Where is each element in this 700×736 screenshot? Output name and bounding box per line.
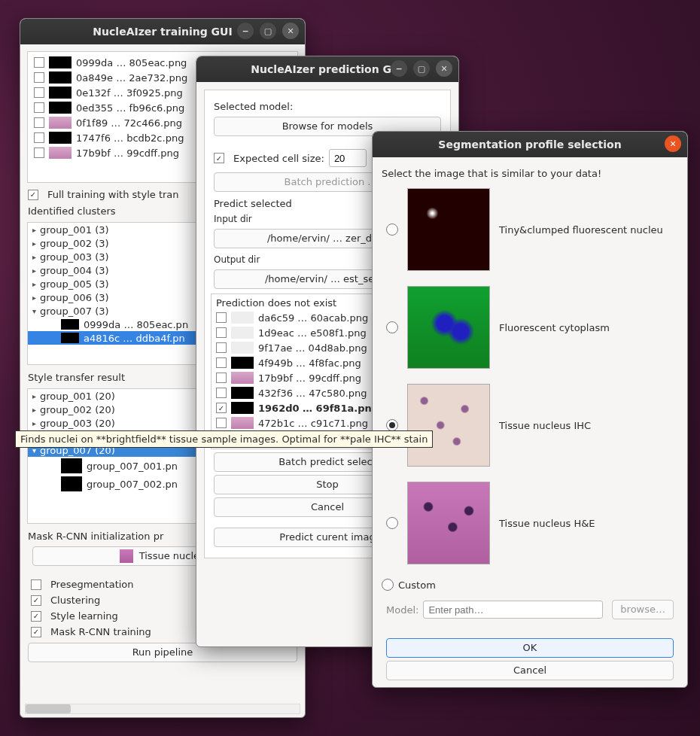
horizontal-scrollbar[interactable] xyxy=(25,704,300,714)
file-thumbnail xyxy=(61,458,82,473)
file-checkbox[interactable] xyxy=(34,148,44,158)
selected-model-label: Selected model: xyxy=(209,98,446,114)
caret-icon[interactable]: ▸ xyxy=(32,392,40,400)
file-thumbnail xyxy=(49,71,72,84)
prediction-titlebar[interactable]: NucleAIzer prediction GUI − ▢ ✕ xyxy=(196,56,458,82)
training-titlebar[interactable]: NucleAIzer training GUI − ▢ ✕ xyxy=(20,19,305,44)
full-training-checkbox[interactable] xyxy=(28,190,38,200)
file-name: 9f17ae … 04d8ab.png xyxy=(258,342,367,354)
close-button[interactable]: ✕ xyxy=(282,23,299,39)
profile-radio[interactable] xyxy=(386,419,398,431)
profile-thumbnail xyxy=(407,286,490,369)
file-name: group_007_001.pn xyxy=(87,461,178,472)
minimize-button[interactable]: − xyxy=(391,60,407,77)
caret-icon[interactable]: ▸ xyxy=(32,419,40,427)
ok-button[interactable]: OK xyxy=(386,638,674,658)
file-name: 432f36 … 47c580.png xyxy=(258,388,367,399)
file-thumbnail xyxy=(231,342,254,354)
close-button[interactable]: ✕ xyxy=(665,135,681,152)
file-checkbox[interactable] xyxy=(216,357,227,368)
scrollbar-handle[interactable] xyxy=(26,704,71,713)
profile-option-row[interactable]: Tissue nucleus IHC xyxy=(382,381,678,479)
full-training-label: Full training with style tran xyxy=(47,189,179,200)
profile-prompt: Select the image that is similar to your… xyxy=(382,165,678,185)
file-name: a4816c … ddba4f.pn xyxy=(84,333,185,344)
training-title: NucleAIzer training GUI xyxy=(93,26,232,38)
option-checkbox[interactable] xyxy=(31,595,41,606)
file-thumbnail xyxy=(49,87,72,99)
file-name: 0f1f89 … 72c466.png xyxy=(76,117,182,129)
file-thumbnail xyxy=(61,476,82,491)
file-name: 4f949b … 4f8fac.png xyxy=(258,357,361,369)
option-label: Mask R-CNN training xyxy=(50,626,151,637)
file-thumbnail xyxy=(49,132,72,144)
profile-radio[interactable] xyxy=(386,517,398,529)
file-name: 0999da … 805eac.pn xyxy=(84,319,188,330)
profile-radio[interactable] xyxy=(386,321,398,333)
profile-option-row[interactable]: Fluorescent cytoplasm xyxy=(382,283,678,381)
file-checkbox[interactable] xyxy=(34,87,44,98)
expected-cellsize-input[interactable] xyxy=(329,149,367,167)
file-checkbox[interactable] xyxy=(216,342,227,353)
profile-window: Segmentation profile selection ✕ Select … xyxy=(372,131,688,688)
file-checkbox[interactable] xyxy=(216,312,227,323)
file-name: 1747f6 … bcdb2c.png xyxy=(76,132,184,144)
file-checkbox[interactable] xyxy=(216,373,227,383)
file-thumbnail xyxy=(231,372,254,384)
profile-label: Tissue nucleus H&E xyxy=(499,518,595,529)
file-name: 17b9bf … 99cdff.png xyxy=(258,373,361,384)
option-checkbox[interactable] xyxy=(31,579,41,590)
file-checkbox[interactable] xyxy=(34,102,44,113)
cancel-button[interactable]: Cancel xyxy=(386,661,674,680)
caret-icon[interactable]: ▸ xyxy=(32,406,40,414)
option-label: Presegmentation xyxy=(50,579,134,590)
file-name: 0a849e … 2ae732.png xyxy=(76,72,187,84)
expected-cellsize-checkbox[interactable] xyxy=(214,153,224,163)
file-checkbox[interactable] xyxy=(216,403,227,413)
caret-icon[interactable]: ▸ xyxy=(32,293,40,302)
profile-option-row[interactable]: Tiny&clumped fluorescent nucleu xyxy=(382,185,678,283)
maximize-button[interactable]: ▢ xyxy=(413,60,430,77)
caret-icon[interactable]: ▸ xyxy=(32,226,40,234)
profile-option-row[interactable]: Tissue nucleus H&E xyxy=(382,479,678,576)
browse-model-button[interactable]: browse… xyxy=(612,600,674,619)
profile-label: Tissue nucleus IHC xyxy=(499,420,591,431)
profile-titlebar[interactable]: Segmentation profile selection ✕ xyxy=(373,132,687,157)
file-checkbox[interactable] xyxy=(34,57,44,68)
option-checkbox[interactable] xyxy=(31,627,41,637)
cluster-label: group_007 (3) xyxy=(40,306,109,317)
tooltip: Finds nuclei on **brightfield** tissue s… xyxy=(15,430,433,448)
file-thumbnail xyxy=(49,56,72,68)
caret-icon[interactable]: ▸ xyxy=(32,266,40,275)
file-thumbnail xyxy=(49,102,72,114)
style-group-label: group_002 (20) xyxy=(40,404,115,415)
cluster-label: group_006 (3) xyxy=(40,292,109,303)
file-checkbox[interactable] xyxy=(34,132,44,143)
file-name: 0ed355 … fb96c6.png xyxy=(76,102,184,114)
file-name: 0999da … 805eac.png xyxy=(76,57,187,68)
close-button[interactable]: ✕ xyxy=(436,60,452,77)
cluster-label: group_004 (3) xyxy=(40,265,109,276)
cluster-label: group_001 (3) xyxy=(40,224,109,236)
caret-icon[interactable]: ▸ xyxy=(32,253,40,261)
minimize-button[interactable]: − xyxy=(237,23,254,39)
option-checkbox[interactable] xyxy=(31,611,41,622)
file-name: 0e132f … 3f0925.png xyxy=(76,87,183,99)
profile-thumbnail xyxy=(407,482,490,564)
model-path-input[interactable] xyxy=(423,601,603,619)
file-checkbox[interactable] xyxy=(216,418,227,428)
file-thumbnail xyxy=(231,417,254,429)
option-label: Clustering xyxy=(50,595,100,606)
custom-radio[interactable] xyxy=(382,579,394,591)
caret-icon[interactable]: ▸ xyxy=(32,239,40,248)
file-checkbox[interactable] xyxy=(216,388,227,398)
file-name: 472b1c … c91c71.png xyxy=(258,418,368,429)
file-checkbox[interactable] xyxy=(34,72,44,83)
caret-icon[interactable]: ▸ xyxy=(32,280,40,288)
file-checkbox[interactable] xyxy=(34,117,44,128)
file-checkbox[interactable] xyxy=(216,327,227,338)
caret-icon[interactable]: ▾ xyxy=(32,307,40,315)
profile-radio[interactable] xyxy=(386,224,398,236)
maximize-button[interactable]: ▢ xyxy=(260,23,276,39)
file-thumbnail xyxy=(49,117,72,129)
